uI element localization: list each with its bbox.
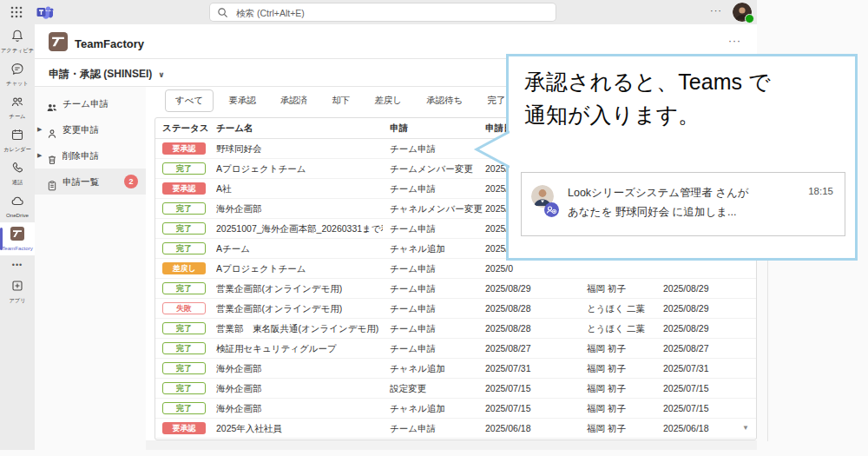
phone-icon bbox=[10, 161, 24, 175]
cloud-icon bbox=[10, 194, 24, 208]
rail-item-tf[interactable]: TeamFactory bbox=[0, 222, 35, 255]
calendar-icon bbox=[10, 128, 24, 142]
team-name-cell: 営業部 東名阪共通(オンラインデモ用) bbox=[216, 323, 378, 335]
table-row[interactable]: 完了海外企画部チャネル追加2025/07/31福岡 初子2025/07/31 bbox=[155, 358, 756, 378]
scroll-down-arrow[interactable]: ▼ bbox=[742, 424, 749, 432]
approval-date-cell: 2025/08/29 bbox=[663, 283, 709, 294]
team-name-cell: 営業企画部(オンラインデモ用) bbox=[216, 303, 342, 315]
tab-2[interactable]: 承認済 bbox=[271, 90, 318, 111]
teams-top-bar: ··· bbox=[0, 0, 757, 24]
header-request: 申請 bbox=[390, 122, 408, 135]
table-row[interactable]: 差戻しAプロジェクトチームチーム申請2025/0 bbox=[155, 258, 756, 278]
sidebar-item-people[interactable]: チーム申請 bbox=[35, 90, 146, 116]
request-type-cell: チーム申請 bbox=[390, 223, 436, 235]
team-icon bbox=[10, 95, 24, 109]
expand-caret-icon[interactable]: ▶ bbox=[37, 142, 42, 169]
people-badge-icon bbox=[544, 202, 559, 217]
sidebar-item-label: 変更申請 bbox=[62, 116, 99, 142]
request-date-cell: 2025/07/15 bbox=[485, 383, 531, 393]
rail-item-calendar[interactable]: カレンダー bbox=[0, 123, 35, 156]
applicant-cell: とうほく 二葉 bbox=[587, 303, 645, 315]
request-type-cell: チーム申請 bbox=[390, 323, 436, 335]
search-input[interactable] bbox=[234, 3, 550, 23]
request-type-cell: チーム申請 bbox=[390, 263, 436, 275]
approval-date-cell: 2025/08/29 bbox=[663, 323, 709, 334]
rail-item-cloud[interactable]: OneDrive bbox=[0, 189, 35, 222]
applicant-cell: 福岡 初子 bbox=[587, 283, 626, 295]
status-badge: 要承認 bbox=[162, 182, 206, 195]
presence-indicator bbox=[745, 14, 754, 23]
tab-4[interactable]: 差戻し bbox=[365, 90, 411, 111]
notification-body: あなたを 野球同好会 に追加しま... bbox=[568, 205, 736, 220]
applicant-cell: 福岡 初子 bbox=[587, 343, 626, 355]
rail-item-chat[interactable]: チャット bbox=[0, 57, 35, 90]
approval-menu-dropdown[interactable]: 申請・承認 (SHINSEI)∨ bbox=[49, 67, 165, 82]
request-type-cell: チャネル追加 bbox=[390, 363, 445, 375]
team-name-cell: 野球同好会 bbox=[216, 143, 262, 155]
team-name-cell: Aプロジェクトチーム bbox=[216, 163, 306, 175]
request-type-cell: チーム申請 bbox=[390, 283, 436, 295]
waffle-menu-icon[interactable] bbox=[10, 6, 23, 18]
tab-3[interactable]: 却下 bbox=[322, 90, 359, 111]
table-row[interactable]: 完了海外企画部チャネル追加2025/07/15福岡 初子2025/07/15 bbox=[155, 398, 756, 418]
request-date-cell: 2025/08/28 bbox=[485, 323, 531, 334]
sidebar-item-trash[interactable]: ▶削除申請 bbox=[35, 142, 146, 169]
people-icon bbox=[46, 97, 58, 109]
topbar-more-button[interactable]: ··· bbox=[710, 5, 722, 16]
rail-more-button[interactable]: ••• bbox=[0, 255, 35, 274]
tab-1[interactable]: 要承認 bbox=[219, 90, 266, 111]
rail-item-phone[interactable]: 通話 bbox=[0, 156, 35, 189]
request-date-cell: 2025/ bbox=[485, 243, 508, 254]
sidebar-item-label: チーム申請 bbox=[62, 90, 108, 116]
app-header-more-button[interactable]: ··· bbox=[728, 35, 741, 47]
rail-item-label: アプリ bbox=[1, 297, 34, 304]
clipboard-icon bbox=[46, 175, 58, 188]
request-type-cell: チーム申請 bbox=[390, 303, 436, 315]
approval-date-cell: 2025/08/27 bbox=[663, 343, 709, 354]
sidebar-item-clipboard[interactable]: 申請一覧2 bbox=[35, 169, 146, 195]
status-badge: 完了 bbox=[162, 202, 206, 215]
request-type-cell: チャネル追加 bbox=[390, 243, 445, 255]
table-row[interactable]: 完了営業部 東名阪共通(オンラインデモ用)チーム申請2025/08/28とうほく… bbox=[155, 318, 756, 338]
app-title: TeamFactory bbox=[75, 37, 144, 50]
approval-date-cell: 2025/08/29 bbox=[663, 303, 709, 314]
rail-item-apps[interactable]: アプリ bbox=[0, 274, 35, 307]
expand-caret-icon[interactable]: ▶ bbox=[37, 116, 42, 142]
team-name-cell: 海外企画部 bbox=[216, 203, 262, 215]
status-badge: 完了 bbox=[162, 342, 206, 354]
rail-item-label: TeamFactory bbox=[1, 245, 34, 252]
status-badge: 完了 bbox=[162, 222, 206, 235]
request-date-cell: 2025/08/28 bbox=[485, 303, 531, 314]
request-type-cell: チーム申請 bbox=[390, 143, 436, 155]
status-badge: 完了 bbox=[162, 242, 206, 254]
request-date-cell: 2025/07/15 bbox=[485, 403, 531, 413]
rail-item-team[interactable]: チーム bbox=[0, 90, 35, 123]
request-type-cell: チームメンバー変更 bbox=[390, 163, 473, 175]
search-box[interactable] bbox=[210, 3, 556, 21]
bell-icon bbox=[10, 29, 24, 43]
team-name-cell: A社 bbox=[216, 183, 232, 195]
table-row[interactable]: 完了検証用セキュリティグループチーム申請2025/08/27福岡 初子2025/… bbox=[155, 338, 756, 358]
search-icon bbox=[217, 6, 228, 17]
request-type-cell: チーム申請 bbox=[390, 343, 436, 355]
request-type-cell: 設定変更 bbox=[390, 383, 426, 395]
callout-line1: 承認されると、Teams で bbox=[524, 65, 771, 98]
request-date-cell: 2025/ bbox=[485, 223, 508, 234]
request-type-cell: チャネル追加 bbox=[390, 403, 445, 415]
table-row[interactable]: 完了海外企画部設定変更2025/07/15福岡 初子2025/07/15 bbox=[155, 378, 756, 398]
sidebar-item-person[interactable]: ▶変更申請 bbox=[35, 116, 146, 142]
table-row[interactable]: 失敗営業企画部(オンラインデモ用)チーム申請2025/08/28とうほく 二葉2… bbox=[155, 298, 756, 318]
table-row[interactable]: 要承認2025年入社社員チーム申請2025/06/18福岡 初子2025/06/… bbox=[155, 418, 756, 438]
tab-0[interactable]: すべて bbox=[165, 89, 214, 112]
app-rail: アクティビティチャットチームカレンダー通話OneDriveTeamFactory… bbox=[0, 24, 35, 450]
rail-item-label: アクティビティ bbox=[1, 47, 34, 54]
tab-5[interactable]: 承認待ち bbox=[417, 90, 472, 111]
apps-icon bbox=[10, 279, 24, 293]
approval-date-cell: 2025/07/15 bbox=[663, 403, 709, 413]
status-badge: 要承認 bbox=[162, 422, 206, 434]
request-type-cell: チーム申請 bbox=[390, 423, 436, 435]
header-status: ステータス bbox=[162, 122, 208, 135]
status-badge: 完了 bbox=[162, 362, 206, 374]
rail-item-bell[interactable]: アクティビティ bbox=[0, 24, 35, 57]
table-row[interactable]: 完了営業企画部(オンラインデモ用)チーム申請2025/08/29福岡 初子202… bbox=[155, 278, 756, 298]
